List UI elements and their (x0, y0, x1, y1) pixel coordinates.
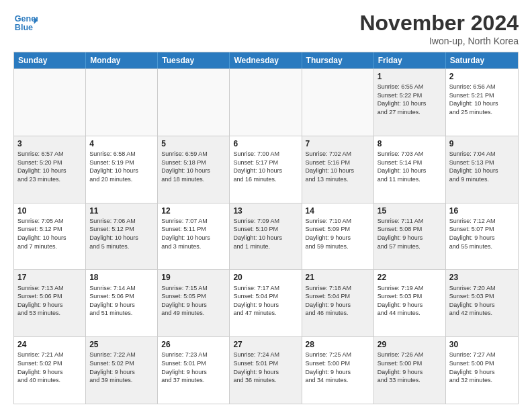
day-number: 17 (17, 272, 82, 283)
day-number: 8 (378, 138, 442, 149)
day-number: 7 (306, 138, 370, 149)
cell-info: Sunrise: 7:03 AM Sunset: 5:14 PM Dayligh… (378, 150, 442, 183)
cal-cell-r1c0: 3Sunrise: 6:57 AM Sunset: 5:20 PM Daylig… (14, 136, 86, 203)
cal-row-3: 17Sunrise: 7:13 AM Sunset: 5:06 PM Dayli… (14, 269, 518, 336)
cal-cell-r1c6: 9Sunrise: 7:04 AM Sunset: 5:13 PM Daylig… (446, 136, 518, 203)
header: General Blue November 2024 Iwon-up, Nort… (13, 11, 519, 46)
day-number: 19 (161, 272, 226, 283)
day-number: 2 (449, 71, 515, 82)
day-number: 25 (89, 339, 154, 350)
cell-info: Sunrise: 6:58 AM Sunset: 5:19 PM Dayligh… (89, 150, 154, 183)
cal-cell-r3c4: 21Sunrise: 7:18 AM Sunset: 5:04 PM Dayli… (302, 270, 374, 336)
day-number: 24 (17, 339, 82, 350)
cell-info: Sunrise: 6:56 AM Sunset: 5:21 PM Dayligh… (449, 83, 515, 116)
cell-info: Sunrise: 7:12 AM Sunset: 5:07 PM Dayligh… (449, 217, 515, 250)
cal-cell-r3c1: 18Sunrise: 7:14 AM Sunset: 5:06 PM Dayli… (86, 270, 158, 336)
header-wednesday: Wednesday (230, 52, 302, 68)
cell-info: Sunrise: 7:17 AM Sunset: 5:04 PM Dayligh… (233, 284, 298, 318)
cal-cell-r1c4: 7Sunrise: 7:02 AM Sunset: 5:16 PM Daylig… (302, 136, 374, 203)
cell-info: Sunrise: 7:21 AM Sunset: 5:02 PM Dayligh… (17, 351, 82, 384)
cal-cell-r3c2: 19Sunrise: 7:15 AM Sunset: 5:05 PM Dayli… (158, 270, 230, 336)
title-section: November 2024 Iwon-up, North Korea (359, 11, 519, 46)
cal-cell-r1c3: 6Sunrise: 7:00 AM Sunset: 5:17 PM Daylig… (230, 136, 302, 203)
day-number: 6 (233, 138, 298, 149)
cell-info: Sunrise: 7:10 AM Sunset: 5:09 PM Dayligh… (306, 217, 370, 250)
day-number: 23 (449, 272, 515, 283)
cal-cell-r4c2: 26Sunrise: 7:23 AM Sunset: 5:01 PM Dayli… (158, 337, 230, 404)
cell-info: Sunrise: 7:00 AM Sunset: 5:17 PM Dayligh… (233, 150, 298, 183)
cell-info: Sunrise: 7:20 AM Sunset: 5:03 PM Dayligh… (449, 284, 515, 318)
logo-icon: General Blue (13, 11, 38, 35)
day-number: 5 (161, 138, 226, 149)
cell-info: Sunrise: 7:07 AM Sunset: 5:11 PM Dayligh… (161, 217, 226, 250)
cal-cell-r2c0: 10Sunrise: 7:05 AM Sunset: 5:12 PM Dayli… (14, 203, 86, 270)
day-number: 11 (89, 205, 154, 216)
day-number: 18 (89, 272, 154, 283)
day-number: 10 (17, 205, 82, 216)
svg-text:Blue: Blue (15, 23, 33, 32)
cal-cell-r0c4 (302, 69, 374, 136)
cal-cell-r4c6: 30Sunrise: 7:27 AM Sunset: 5:00 PM Dayli… (446, 337, 518, 404)
cell-info: Sunrise: 7:22 AM Sunset: 5:02 PM Dayligh… (89, 351, 154, 384)
cal-cell-r4c1: 25Sunrise: 7:22 AM Sunset: 5:02 PM Dayli… (86, 337, 158, 404)
calendar: Sunday Monday Tuesday Wednesday Thursday… (13, 52, 519, 404)
day-number: 21 (306, 272, 370, 283)
cal-cell-r0c6: 2Sunrise: 6:56 AM Sunset: 5:21 PM Daylig… (446, 69, 518, 136)
day-number: 12 (161, 205, 226, 216)
day-number: 13 (233, 205, 298, 216)
logo: General Blue (13, 11, 40, 35)
day-number: 4 (89, 138, 154, 149)
cal-cell-r3c5: 22Sunrise: 7:19 AM Sunset: 5:03 PM Dayli… (374, 270, 446, 336)
header-sunday: Sunday (14, 52, 86, 68)
cell-info: Sunrise: 7:25 AM Sunset: 5:00 PM Dayligh… (306, 351, 370, 384)
cell-info: Sunrise: 7:15 AM Sunset: 5:05 PM Dayligh… (161, 284, 226, 318)
cell-info: Sunrise: 6:59 AM Sunset: 5:18 PM Dayligh… (161, 150, 226, 183)
month-title: November 2024 (359, 11, 519, 36)
cal-row-1: 3Sunrise: 6:57 AM Sunset: 5:20 PM Daylig… (14, 136, 518, 203)
day-number: 30 (449, 339, 515, 350)
cal-cell-r1c1: 4Sunrise: 6:58 AM Sunset: 5:19 PM Daylig… (86, 136, 158, 203)
calendar-body: 1Sunrise: 6:55 AM Sunset: 5:22 PM Daylig… (14, 68, 518, 404)
day-number: 29 (378, 339, 442, 350)
day-number: 26 (161, 339, 226, 350)
cell-info: Sunrise: 7:26 AM Sunset: 5:00 PM Dayligh… (378, 351, 442, 384)
cal-cell-r0c0 (14, 69, 86, 136)
day-number: 16 (449, 205, 515, 216)
header-friday: Friday (374, 52, 446, 68)
cal-cell-r0c5: 1Sunrise: 6:55 AM Sunset: 5:22 PM Daylig… (374, 69, 446, 136)
day-number: 1 (378, 71, 442, 82)
day-number: 3 (17, 138, 82, 149)
cal-cell-r1c2: 5Sunrise: 6:59 AM Sunset: 5:18 PM Daylig… (158, 136, 230, 203)
header-tuesday: Tuesday (158, 52, 230, 68)
cal-cell-r2c3: 13Sunrise: 7:09 AM Sunset: 5:10 PM Dayli… (230, 203, 302, 270)
cal-cell-r0c2 (158, 69, 230, 136)
cell-info: Sunrise: 7:11 AM Sunset: 5:08 PM Dayligh… (378, 217, 442, 250)
cal-row-2: 10Sunrise: 7:05 AM Sunset: 5:12 PM Dayli… (14, 203, 518, 270)
cell-info: Sunrise: 7:24 AM Sunset: 5:01 PM Dayligh… (233, 351, 298, 384)
cal-cell-r4c5: 29Sunrise: 7:26 AM Sunset: 5:00 PM Dayli… (374, 337, 446, 404)
cal-cell-r3c6: 23Sunrise: 7:20 AM Sunset: 5:03 PM Dayli… (446, 270, 518, 336)
cal-cell-r2c5: 15Sunrise: 7:11 AM Sunset: 5:08 PM Dayli… (374, 203, 446, 270)
cell-info: Sunrise: 7:06 AM Sunset: 5:12 PM Dayligh… (89, 217, 154, 250)
header-thursday: Thursday (302, 52, 374, 68)
cal-cell-r0c1 (86, 69, 158, 136)
cell-info: Sunrise: 7:19 AM Sunset: 5:03 PM Dayligh… (378, 284, 442, 318)
cal-cell-r3c0: 17Sunrise: 7:13 AM Sunset: 5:06 PM Dayli… (14, 270, 86, 336)
cell-info: Sunrise: 6:55 AM Sunset: 5:22 PM Dayligh… (378, 83, 442, 116)
cal-cell-r2c1: 11Sunrise: 7:06 AM Sunset: 5:12 PM Dayli… (86, 203, 158, 270)
cell-info: Sunrise: 7:23 AM Sunset: 5:01 PM Dayligh… (161, 351, 226, 384)
day-number: 15 (378, 205, 442, 216)
cell-info: Sunrise: 7:14 AM Sunset: 5:06 PM Dayligh… (89, 284, 154, 318)
calendar-header: Sunday Monday Tuesday Wednesday Thursday… (14, 52, 518, 68)
cal-cell-r4c4: 28Sunrise: 7:25 AM Sunset: 5:00 PM Dayli… (302, 337, 374, 404)
cell-info: Sunrise: 7:18 AM Sunset: 5:04 PM Dayligh… (306, 284, 370, 318)
cal-cell-r2c2: 12Sunrise: 7:07 AM Sunset: 5:11 PM Dayli… (158, 203, 230, 270)
day-number: 28 (306, 339, 370, 350)
header-monday: Monday (86, 52, 158, 68)
cal-cell-r1c5: 8Sunrise: 7:03 AM Sunset: 5:14 PM Daylig… (374, 136, 446, 203)
cal-cell-r4c3: 27Sunrise: 7:24 AM Sunset: 5:01 PM Dayli… (230, 337, 302, 404)
cal-cell-r3c3: 20Sunrise: 7:17 AM Sunset: 5:04 PM Dayli… (230, 270, 302, 336)
day-number: 20 (233, 272, 298, 283)
cell-info: Sunrise: 7:13 AM Sunset: 5:06 PM Dayligh… (17, 284, 82, 318)
cell-info: Sunrise: 7:27 AM Sunset: 5:00 PM Dayligh… (449, 351, 515, 384)
